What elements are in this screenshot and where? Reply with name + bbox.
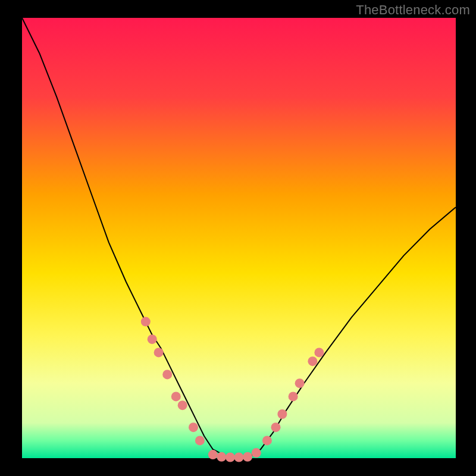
marker-point: [289, 392, 298, 401]
marker-point: [277, 409, 287, 419]
watermark-text: TheBottleneck.com: [356, 2, 470, 18]
marker-point: [154, 347, 164, 357]
chart-frame: TheBottleneck.com: [0, 0, 476, 476]
marker-point: [189, 422, 198, 432]
plot-background: [22, 18, 456, 458]
marker-point: [308, 356, 317, 366]
marker-point: [141, 317, 151, 327]
marker-point: [171, 392, 181, 401]
marker-point: [195, 436, 205, 445]
marker-point: [148, 334, 157, 344]
marker-point: [226, 453, 235, 462]
marker-point: [217, 452, 226, 462]
bottleneck-chart: [0, 0, 476, 476]
marker-point: [243, 452, 252, 462]
marker-point: [262, 436, 272, 445]
marker-point: [162, 369, 172, 379]
marker-point: [234, 453, 244, 462]
marker-point: [252, 448, 261, 458]
marker-point: [295, 378, 305, 388]
marker-point: [208, 450, 218, 459]
marker-point: [314, 347, 324, 357]
marker-point: [178, 400, 187, 410]
marker-point: [271, 422, 281, 432]
